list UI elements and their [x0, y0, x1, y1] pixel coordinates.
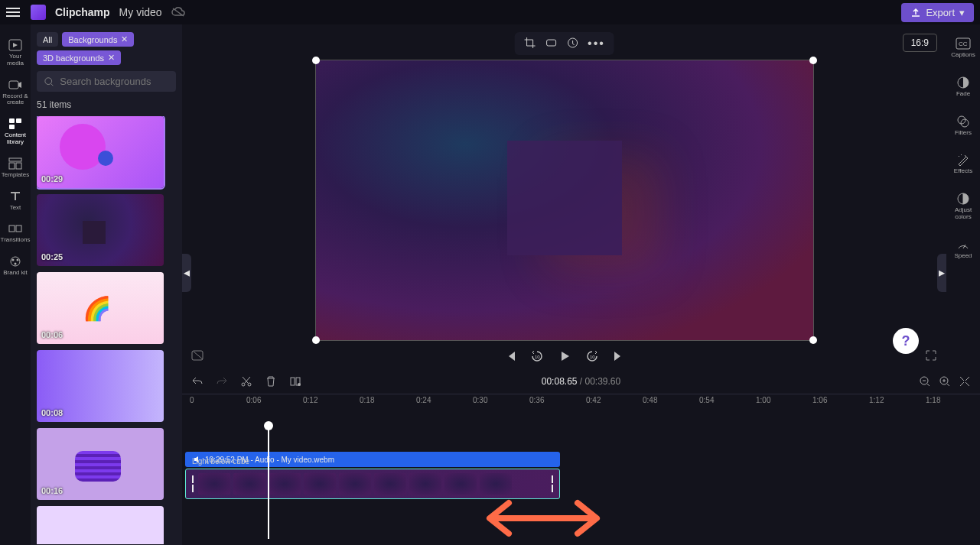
more-icon[interactable]: •••: [588, 37, 605, 50]
nav-your-media[interactable]: Your media: [0, 35, 31, 70]
upload-icon: [910, 7, 921, 18]
bg-thumbnail[interactable]: 00:16: [37, 428, 164, 500]
resize-handle[interactable]: [312, 57, 320, 64]
svg-point-23: [958, 116, 965, 124]
nav-brand-kit[interactable]: Brand kit: [0, 251, 31, 280]
svg-rect-9: [16, 225, 21, 232]
prop-effects[interactable]: Effects: [946, 150, 980, 178]
video-title[interactable]: My video: [119, 6, 162, 18]
clip-trim-left[interactable]: [190, 475, 195, 493]
close-icon[interactable]: ✕: [108, 53, 115, 63]
video-preview[interactable]: [315, 60, 814, 341]
svg-point-26: [242, 383, 245, 386]
bg-thumbnail[interactable]: 00:06: [37, 272, 164, 344]
item-count-label: 51 items: [37, 99, 176, 110]
svg-rect-8: [9, 225, 15, 232]
zoom-in-icon[interactable]: [939, 375, 951, 388]
svg-point-12: [17, 259, 19, 261]
timeline-timecode: 00:08.65 / 00:39.60: [542, 376, 620, 387]
play-icon[interactable]: [558, 349, 571, 363]
resize-handle[interactable]: [809, 336, 817, 344]
svg-point-30: [298, 383, 301, 386]
timeline-ruler[interactable]: 0 0:06 0:12 0:18 0:24 0:30 0:36 0:42 0:4…: [182, 394, 980, 409]
svg-rect-6: [9, 163, 15, 169]
clip-trim-right[interactable]: [550, 475, 555, 493]
nav-templates[interactable]: Templates: [0, 154, 31, 182]
nav-transitions[interactable]: Transitions: [0, 219, 31, 247]
bg-thumbnail[interactable]: 00:25: [37, 194, 164, 266]
skip-end-icon[interactable]: [613, 350, 625, 362]
filter-chip-backgrounds[interactable]: Backgrounds✕: [62, 32, 134, 47]
bg-thumbnail[interactable]: 00:08: [37, 350, 164, 422]
export-button[interactable]: Export ▾: [901, 3, 974, 22]
svg-rect-28: [291, 378, 295, 385]
svg-text:CC: CC: [959, 41, 968, 47]
search-icon: [44, 76, 54, 87]
pip-icon[interactable]: [566, 37, 578, 49]
fit-icon[interactable]: [545, 37, 557, 49]
redo-icon[interactable]: [216, 375, 228, 388]
prop-speed[interactable]: Speed: [946, 235, 980, 263]
sync-off-icon: [171, 7, 185, 18]
split-icon[interactable]: [289, 375, 301, 388]
svg-rect-1: [9, 81, 18, 89]
svg-point-13: [15, 263, 17, 265]
svg-rect-4: [9, 125, 15, 129]
prop-filters[interactable]: Filters: [946, 112, 980, 140]
zoom-fit-icon[interactable]: [959, 375, 971, 388]
zoom-out-icon[interactable]: [919, 375, 931, 388]
prop-adjust-colors[interactable]: Adjust colors: [946, 189, 980, 224]
bg-thumbnail[interactable]: 00:29: [37, 116, 164, 188]
cut-icon[interactable]: [240, 375, 252, 388]
crop-icon[interactable]: [523, 37, 536, 49]
aspect-ratio-button[interactable]: 16:9: [903, 34, 937, 52]
nav-content-library[interactable]: Content library: [0, 114, 31, 149]
svg-text:10: 10: [535, 355, 540, 359]
svg-point-14: [45, 77, 52, 84]
svg-rect-3: [16, 118, 21, 123]
timeline-tracks[interactable]: 10:29:52 PM - Audio - My video.webm Ligh…: [182, 409, 980, 539]
skip-start-icon[interactable]: [504, 350, 516, 362]
nav-record-create[interactable]: Record & create: [0, 75, 31, 110]
svg-text:10: 10: [590, 355, 595, 359]
svg-rect-2: [9, 118, 15, 123]
svg-point-11: [12, 259, 15, 261]
clip-label: Light below cube: [192, 457, 249, 466]
svg-point-24: [961, 119, 969, 127]
bg-thumbnail[interactable]: [37, 506, 164, 544]
brand-name: Clipchamp: [55, 6, 110, 18]
trash-icon[interactable]: [265, 375, 277, 388]
svg-rect-5: [9, 158, 21, 161]
svg-rect-15: [546, 40, 555, 46]
filter-chip-3d-backgrounds[interactable]: 3D backgrounds✕: [37, 50, 121, 65]
app-logo: [31, 5, 46, 20]
playhead[interactable]: [268, 426, 269, 539]
video-clip[interactable]: Light below cube: [185, 469, 560, 499]
filter-chip-all[interactable]: All: [37, 32, 58, 47]
resize-handle[interactable]: [809, 57, 817, 64]
remove-video-icon[interactable]: [191, 349, 205, 362]
nav-text[interactable]: Text: [0, 187, 31, 215]
menu-button[interactable]: [6, 5, 21, 20]
fullscreen-icon[interactable]: [925, 349, 937, 362]
svg-rect-17: [192, 351, 203, 360]
prop-fade[interactable]: Fade: [946, 73, 980, 101]
undo-icon[interactable]: [191, 375, 203, 388]
search-input[interactable]: [60, 76, 168, 87]
rewind-10-icon[interactable]: 10: [530, 349, 544, 363]
resize-handle[interactable]: [312, 336, 320, 344]
svg-rect-7: [16, 163, 21, 169]
forward-10-icon[interactable]: 10: [585, 349, 599, 363]
close-icon[interactable]: ✕: [121, 34, 128, 44]
svg-point-27: [248, 383, 251, 386]
search-input-wrapper[interactable]: [37, 71, 176, 92]
help-button[interactable]: ?: [893, 328, 919, 354]
prop-captions[interactable]: CCCaptions: [946, 34, 980, 62]
chevron-down-icon: ▾: [959, 7, 965, 18]
